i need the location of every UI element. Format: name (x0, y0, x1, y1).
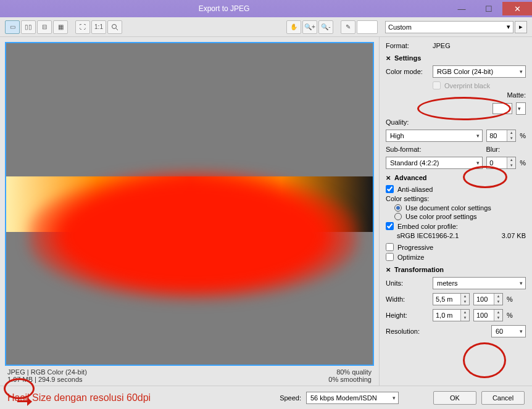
resolution-label: Resolution: (386, 328, 429, 335)
annotation-arrow-icon (14, 397, 31, 406)
matte-dropdown[interactable]: ▾ (516, 102, 526, 115)
color-mode-label: Color mode: (386, 68, 429, 75)
format-label: Format: (386, 42, 429, 49)
single-pane-icon[interactable]: ▭ (5, 20, 20, 34)
speed-label: Speed: (280, 394, 301, 402)
height-percent-spinner[interactable]: 100▲▼ (473, 309, 503, 321)
svg-line-1 (116, 28, 118, 30)
use-proof-color-radio[interactable]: Use color proof settings (394, 213, 526, 220)
width-input[interactable]: 5,5 m▲▼ (433, 293, 470, 305)
zoom-1to1-icon[interactable]: 1:1 (91, 20, 106, 34)
color-swatch[interactable] (357, 20, 378, 34)
preview-info-left: JPEG | RGB Color (24-bit) 1.97 MB | 294.… (7, 368, 87, 383)
color-settings-label: Color settings: (386, 195, 526, 202)
subformat-dropdown[interactable]: Standard (4:2:2)▾ (386, 157, 483, 169)
preview-toolbar: ▭ ▯▯ ⊟ ▦ ⛶ 1:1 ✋ 🔍+ 🔍- ✎ Custom ▾ ▸ (0, 17, 532, 37)
profile-size: 3.07 KB (502, 232, 526, 239)
matte-label: Matte: (507, 91, 526, 99)
collapse-icon: ✕ (386, 266, 391, 273)
settings-panel: Format: JPEG ✕ Settings Color mode: RGB … (379, 37, 532, 386)
height-label: Height: (386, 312, 429, 319)
blur-label: Blur: (486, 146, 500, 153)
preview-info-right: 80% quality 0% smoothing (328, 368, 372, 383)
use-doc-color-radio[interactable]: Use document color settings (394, 204, 526, 212)
grid-2x2-icon[interactable]: ▦ (53, 20, 68, 34)
quality-label: Quality: (386, 118, 409, 126)
chevron-down-icon: ▾ (520, 68, 523, 75)
overprint-black-label: Overprint black (444, 82, 490, 89)
resolution-dropdown[interactable]: 60▾ (491, 325, 526, 337)
profile-name: sRGB IEC61966-2.1 (397, 232, 459, 239)
hand-tool-icon[interactable]: ✋ (286, 20, 301, 34)
preset-value: Custom (388, 23, 412, 31)
zoom-in-icon[interactable]: 🔍+ (302, 20, 317, 34)
settings-section-header[interactable]: ✕ Settings (386, 54, 526, 62)
quality-preset-dropdown[interactable]: High▾ (386, 130, 483, 142)
overprint-black-checkbox (433, 81, 441, 89)
annotation-text: Hasil Size dengan resolusi 60dpi (7, 392, 275, 403)
speed-dropdown[interactable]: 56 kbps Modem/ISDN▾ (306, 392, 399, 404)
format-value: JPEG (433, 42, 451, 49)
optimize-checkbox[interactable] (386, 253, 394, 261)
blur-spinner[interactable]: 0 ▲▼ (486, 157, 516, 169)
zoom-fit-icon[interactable]: ⛶ (75, 20, 90, 34)
units-label: Units: (386, 279, 429, 287)
collapse-icon: ✕ (386, 175, 391, 181)
zoom-100-icon[interactable] (107, 20, 122, 34)
split-h-icon[interactable]: ▯▯ (21, 20, 36, 34)
preview-column: JPEG | RGB Color (24-bit) 1.97 MB | 294.… (0, 37, 379, 386)
transformation-section-header[interactable]: ✕ Transformation (386, 266, 526, 273)
dialog-footer: Hasil Size dengan resolusi 60dpi Speed: … (0, 386, 532, 409)
redaction-overlay (28, 171, 359, 300)
zoom-out-icon[interactable]: 🔍- (318, 20, 333, 34)
svg-point-0 (112, 24, 117, 28)
window-title: Export to JPEG (0, 4, 448, 13)
preset-dropdown[interactable]: Custom ▾ (385, 21, 513, 33)
close-button[interactable]: ✕ (502, 2, 532, 15)
preview-canvas[interactable] (5, 42, 374, 366)
color-mode-dropdown[interactable]: RGB Color (24-bit) ▾ (433, 65, 526, 78)
preset-menu-button[interactable]: ▸ (515, 21, 527, 33)
ok-button[interactable]: OK (433, 391, 476, 405)
embed-profile-checkbox[interactable] (386, 222, 394, 230)
progressive-checkbox[interactable] (386, 243, 394, 251)
height-input[interactable]: 1,0 m▲▼ (433, 309, 470, 321)
split-v-icon[interactable]: ⊟ (37, 20, 52, 34)
window-titlebar: Export to JPEG — ☐ ✕ (0, 0, 532, 17)
matte-swatch[interactable] (493, 103, 512, 114)
eyedropper-icon[interactable]: ✎ (341, 20, 355, 34)
cancel-button[interactable]: Cancel (481, 391, 525, 405)
minimize-button[interactable]: — (448, 2, 475, 15)
quality-value-spinner[interactable]: 80 ▲▼ (486, 130, 516, 142)
anti-aliased-checkbox[interactable] (386, 185, 394, 193)
subformat-label: Sub-format: (386, 146, 421, 153)
collapse-icon: ✕ (386, 55, 391, 62)
chevron-down-icon: ▾ (507, 23, 510, 31)
advanced-section-header[interactable]: ✕ Advanced (386, 174, 526, 181)
units-dropdown[interactable]: meters▾ (433, 277, 526, 289)
width-percent-spinner[interactable]: 100▲▼ (473, 293, 503, 305)
width-label: Width: (386, 295, 429, 303)
maximize-button[interactable]: ☐ (475, 2, 502, 15)
